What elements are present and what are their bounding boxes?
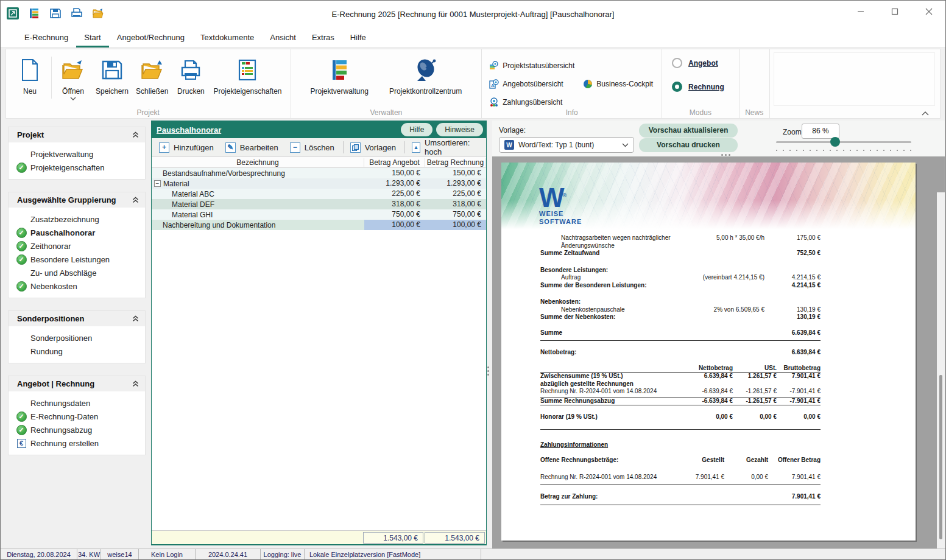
print-icon[interactable] [71,7,83,19]
sidebar-item-rechnung-erstellen[interactable]: € Rechnung erstellen [9,436,145,450]
chevron-down-icon[interactable] [70,97,76,100]
modus-rechnung-radio[interactable]: Rechnung [672,82,724,92]
sidebar-item-pauschalhonorar[interactable]: ✓ Pauschalhonorar [9,226,145,239]
payments-overview-icon [489,97,499,107]
double-chevron-up-icon[interactable] [132,315,139,322]
radio-selected-icon [672,82,682,92]
print-icon [180,57,202,83]
sidebar-section-angebot-rechnung: Angebot | Rechnung Rechnungsdaten ✓ E-Re… [8,376,146,455]
sidebar-item-rechnungsabzug[interactable]: ✓ Rechnungsabzug [9,423,145,436]
table-row[interactable]: Material DEF 318,00 € 318,00 € [152,199,486,209]
vorlage-select[interactable]: W Word/Text: Typ 1 (bunt) [499,137,634,153]
section-header[interactable]: Sonderpositionen [9,311,145,326]
radio-unselected-icon [672,58,682,68]
projektverwaltung-button[interactable]: Projektverwaltung [307,54,372,96]
scrollbar-thumb[interactable] [939,375,942,539]
check-icon: ✓ [16,411,27,422]
maximize-button[interactable] [887,4,903,19]
table-row[interactable]: Material GHI 750,00 € 750,00 € [152,209,486,220]
ribbon-group-projekt: Neu Öffnen Speichern Schließen D [6,49,291,118]
speichern-button[interactable]: Speichern [92,54,132,96]
menu-tab-extras[interactable]: Extras [304,28,342,47]
project-list-icon[interactable] [28,7,40,19]
tax-row: Summe Rechnungsabzug -6.639,84 € -1.261,… [540,397,821,405]
table-row[interactable]: Material ABC 225,00 € 225,00 € [152,189,486,199]
bearbeiten-button[interactable]: ✎ Bearbeiten [221,142,285,153]
zoom-slider-track[interactable] [776,141,911,143]
horizontal-splitter-handle[interactable] [719,154,733,157]
ribbon-group-label: Projekt [6,108,291,117]
table-row-group[interactable]: − Material 1.293,00 € 1.293,00 € [152,178,486,189]
business-cockpit-button[interactable]: Business-Cockpit [583,79,653,89]
column-bezeichnung[interactable]: Bezeichnung [152,158,364,167]
check-icon: ✓ [16,254,27,265]
vorschau-aktualisieren-button[interactable]: Vorschau aktualisieren [639,124,738,138]
menu-tab-erechnung[interactable]: E-Rechnung [16,28,76,47]
sidebar-item-projekteigenschaften[interactable]: ✓ Projekteigenschaften [9,161,145,174]
section-header[interactable]: Projekt [9,127,145,142]
close-button[interactable] [921,4,937,19]
minimize-button[interactable] [853,4,869,19]
angebotsuebersicht-button[interactable]: A Angebotsübersicht [489,79,574,89]
projekteigenschaften-button[interactable]: Projekteigenschaften [210,54,285,96]
save-icon[interactable] [49,7,62,19]
menu-tab-start[interactable]: Start [76,28,108,47]
vorschau-drucken-button[interactable]: Vorschau drucken [639,138,738,152]
menu-tab-hilfe[interactable]: Hilfe [342,28,374,47]
ribbon: Neu Öffnen Speichern Schließen D [5,49,941,119]
schliessen-button[interactable]: Schließen [132,54,172,96]
sidebar-item-zeithonorar[interactable]: ✓ Zeithonorar [9,239,145,253]
pauschalhonorar-panel: Pauschalhonorar Hilfe Hinweise + Hinzufü… [151,121,487,545]
table-row-selected[interactable]: Nachbereitung und Dokumentation 100,00 €… [152,220,486,230]
panel-header: Pauschalhonorar Hilfe Hinweise [152,121,486,138]
vorlagen-button[interactable]: Vorlagen [345,142,403,153]
tax-row: abzüglich gestellte Rechnungen [540,380,821,388]
projektkontrollzentrum-button[interactable]: Projektkontrollzentrum [386,54,465,96]
menu-tab-ansicht[interactable]: Ansicht [262,28,304,47]
sidebar-item-rundung[interactable]: Rundung [9,345,145,358]
oeffnen-button[interactable]: Öffnen [54,54,92,100]
double-chevron-up-icon[interactable] [132,131,139,138]
double-chevron-up-icon[interactable] [132,380,139,387]
drucken-button[interactable]: Drucken [172,54,210,96]
double-chevron-up-icon[interactable] [132,197,139,203]
section-header[interactable]: Angebot | Rechnung [9,376,145,391]
hinzufuegen-button[interactable]: + Hinzufügen [154,142,221,153]
collapse-box-icon[interactable]: − [154,180,161,187]
menu-tab-textdokumente[interactable]: Textdokumente [192,28,262,47]
table-row[interactable]: Bestandsaufnahme/Vorbesprechnung 150,00 … [152,168,486,178]
ribbon-group-label: News [740,108,769,117]
sidebar-item-sonderpositionen[interactable]: Sonderpositionen [9,331,145,345]
loeschen-button[interactable]: − Löschen [285,142,341,153]
status-user: weise14 [101,549,139,559]
menu-bar: E-Rechnung Start Angebot/Rechnung Textdo… [1,26,945,48]
modus-angebot-radio[interactable]: Angebot [672,58,718,68]
ribbon-group-info: Projektstatusübersicht Business-Cockpit … [482,49,662,118]
sidebar-item-besondere-leistungen[interactable]: ✓ Besondere Leistungen [9,253,145,266]
sidebar-section-projekt: Projekt Projektverwaltung ✓ Projekteigen… [8,127,146,180]
umsortieren-button[interactable]: ▲ Umsortieren: hoch [407,138,484,156]
zahlungsuebersicht-button[interactable]: Zahlungsübersicht [489,97,574,107]
menu-tab-angebot-rechnung[interactable]: Angebot/Rechnung [109,28,192,47]
sidebar-item-zusatzbezeichnung[interactable]: Zusatzbezeichnung [9,212,145,226]
preview-scrollbar[interactable] [937,192,945,549]
projektstatusuebersicht-button[interactable]: Projektstatusübersicht [489,61,574,71]
sidebar-item-zu-und-abschlaege[interactable]: Zu- und Abschläge [9,266,145,279]
vertical-splitter-handle[interactable] [487,366,490,381]
section-header[interactable]: Ausgewählte Gruppierung [9,192,145,208]
hilfe-button[interactable]: Hilfe [401,123,432,136]
sidebar-item-erechnung-daten[interactable]: ✓ E-Rechnung-Daten [9,410,145,423]
ribbon-collapse-icon[interactable] [922,111,929,116]
neu-button[interactable]: Neu [11,54,49,96]
column-betrag-rechnung[interactable]: Betrag Rechnung [425,158,486,167]
column-betrag-angebot[interactable]: Betrag Angebot [364,158,425,167]
doc-line-item: Auftrag (vereinbart 4.214,15 €) 4.214,15… [540,274,821,282]
zoom-slider-thumb[interactable] [830,137,840,147]
sidebar-item-rechnungsdaten[interactable]: Rechnungsdaten [9,396,145,410]
sidebar-item-projektverwaltung[interactable]: Projektverwaltung [9,147,145,161]
status-logging: Logging: live [261,549,305,559]
hinweise-button[interactable]: Hinweise [436,123,483,136]
open-folder-icon[interactable] [92,7,104,19]
app-icon[interactable] [7,7,19,19]
sidebar-item-nebenkosten[interactable]: ✓ Nebenkosten [9,279,145,293]
